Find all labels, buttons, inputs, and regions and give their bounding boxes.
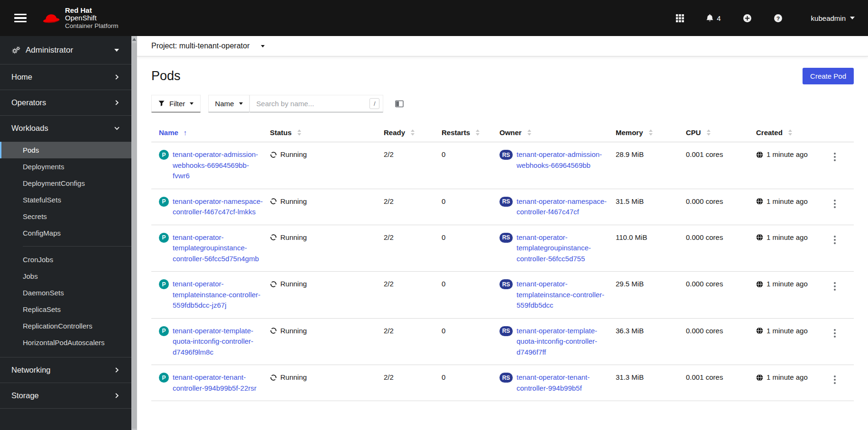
ready-cell: 2/2	[384, 189, 442, 225]
pod-name-cell: P tenant-operator-templateinstance-contr…	[151, 272, 270, 319]
sidebar-item-horizontalpodautoscalers[interactable]: HorizontalPodAutoscalers	[0, 334, 131, 351]
table-row: P tenant-operator-namespace-controller-f…	[151, 189, 854, 225]
column-header-restarts[interactable]: Restarts	[442, 128, 480, 137]
column-header-created[interactable]: Created	[756, 128, 793, 137]
sidebar-item-configmaps[interactable]: ConfigMaps	[0, 225, 131, 241]
pod-name-cell: P tenant-operator-templategroupinstance-…	[151, 225, 270, 272]
row-actions-kebab[interactable]	[831, 280, 839, 293]
column-header-name[interactable]: Name ↑	[159, 128, 187, 137]
status-text: Running	[280, 149, 307, 160]
add-button[interactable]	[742, 13, 753, 24]
owner-link[interactable]: tenant-operator-template-quota-intconfig…	[517, 326, 611, 358]
filter-label: Filter	[169, 100, 185, 108]
page-title: Pods	[151, 69, 181, 83]
project-selector[interactable]: Project: multi-tenant-operator	[151, 42, 265, 50]
sidebar-item-statefulsets[interactable]: StatefulSets	[0, 192, 131, 208]
owner-cell: RS tenant-operator-admission-webhooks-66…	[499, 142, 616, 189]
timestamp-globe-icon	[756, 198, 763, 205]
sidebar-item-home[interactable]: Home	[0, 64, 131, 90]
column-header-ready[interactable]: Ready	[384, 128, 415, 137]
column-header-status[interactable]: Status	[270, 128, 302, 137]
column-header-owner[interactable]: Owner	[499, 128, 532, 137]
chevron-down-icon	[850, 17, 855, 19]
actions-cell	[831, 225, 854, 272]
row-actions-kebab[interactable]	[831, 373, 839, 386]
search-input[interactable]	[250, 100, 369, 108]
brand-logo[interactable]: Red Hat OpenShift Container Platform	[42, 7, 119, 30]
sidebar-item-storage[interactable]: Storage	[0, 383, 131, 408]
pod-link[interactable]: tenant-operator-admission-webhooks-66964…	[173, 149, 265, 182]
column-header-memory[interactable]: Memory	[616, 128, 653, 137]
sidebar-item-deployments[interactable]: Deployments	[0, 158, 131, 175]
sidebar-item-cronjobs[interactable]: CronJobs	[0, 251, 131, 268]
create-pod-button[interactable]: Create Pod	[803, 68, 854, 84]
sidebar-item-jobs[interactable]: Jobs	[0, 268, 131, 284]
replicaset-badge: RS	[499, 233, 513, 243]
row-actions-kebab[interactable]	[831, 327, 839, 340]
column-header-cpu[interactable]: CPU	[686, 128, 711, 137]
scrollbar-thumb[interactable]	[132, 43, 137, 429]
pod-link[interactable]: tenant-operator-tenant-controller-994b99…	[173, 372, 265, 393]
timestamp-globe-icon	[756, 234, 763, 241]
replicaset-badge: RS	[499, 279, 513, 289]
status-cell: Running	[270, 142, 384, 189]
created-cell: 1 minute ago	[756, 225, 831, 272]
actions-cell	[831, 142, 854, 189]
brand-line2: OpenShift	[65, 14, 119, 22]
filter-dropdown[interactable]: Filter	[151, 95, 201, 112]
owner-link[interactable]: tenant-operator-namespace-controller-f46…	[517, 196, 611, 218]
status-cell: Running	[270, 189, 384, 225]
sidebar-scrollbar[interactable]	[131, 36, 137, 430]
nav-toggle-button[interactable]	[11, 11, 29, 26]
perspective-switcher[interactable]: Administrator	[0, 36, 131, 64]
cpu-cell: 0.000 cores	[686, 272, 756, 319]
status-cell: Running	[270, 272, 384, 319]
table-row: P tenant-operator-template-quota-intconf…	[151, 318, 854, 365]
chevron-right-icon	[114, 100, 120, 106]
actions-column-header	[831, 124, 854, 142]
sidebar-item-deploymentconfigs[interactable]: DeploymentConfigs	[0, 175, 131, 192]
restarts-cell: 0	[442, 189, 499, 225]
row-actions-kebab[interactable]	[831, 150, 839, 164]
sidebar-item-networking[interactable]: Networking	[0, 357, 131, 383]
gears-icon	[11, 46, 20, 55]
owner-link[interactable]: tenant-operator-admission-webhooks-66964…	[517, 149, 611, 171]
notifications-button[interactable]: 4	[705, 13, 721, 23]
restarts-cell: 0	[442, 365, 499, 401]
replicaset-badge: RS	[499, 150, 513, 160]
pod-badge: P	[159, 279, 169, 289]
row-actions-kebab[interactable]	[831, 197, 839, 210]
sidebar-item-replicasets[interactable]: ReplicaSets	[0, 301, 131, 318]
pod-name-cell: P tenant-operator-namespace-controller-f…	[151, 189, 270, 225]
pod-badge: P	[159, 197, 169, 207]
pod-link[interactable]: tenant-operator-namespace-controller-f46…	[173, 196, 265, 218]
pod-link[interactable]: tenant-operator-templategroupinstance-co…	[173, 232, 265, 265]
owner-link[interactable]: tenant-operator-templateinstance-control…	[517, 279, 611, 311]
scrollbar-up-arrow-icon[interactable]	[131, 38, 137, 41]
sidebar-item-workloads[interactable]: Workloads	[0, 116, 131, 141]
sort-icon	[410, 129, 415, 136]
memory-cell: 29.5 MiB	[616, 272, 686, 319]
chevron-down-icon	[261, 45, 265, 47]
search-box: /	[249, 95, 383, 112]
masthead: Red Hat OpenShift Container Platform 4	[0, 0, 868, 36]
sidebar-item-pods[interactable]: Pods	[0, 142, 131, 158]
owner-link[interactable]: tenant-operator-tenant-controller-994b99…	[517, 372, 611, 393]
user-menu-button[interactable]: kubeadmin	[810, 13, 856, 23]
sort-icon: ↑	[184, 128, 187, 137]
row-actions-kebab[interactable]	[831, 233, 839, 247]
manage-columns-button[interactable]	[393, 98, 406, 110]
owner-link[interactable]: tenant-operator-templategroupinstance-co…	[517, 232, 611, 265]
search-type-dropdown[interactable]: Name	[208, 95, 249, 112]
sidebar-item-secrets[interactable]: Secrets	[0, 208, 131, 225]
sidebar-item-operators[interactable]: Operators	[0, 90, 131, 115]
column-header-label: Ready	[384, 128, 405, 137]
timestamp-globe-icon	[756, 374, 763, 381]
help-button[interactable]: ?	[773, 13, 784, 24]
app-launcher-button[interactable]	[675, 13, 685, 23]
pod-link[interactable]: tenant-operator-templateinstance-control…	[173, 279, 265, 311]
memory-cell: 36.3 MiB	[616, 318, 686, 365]
sidebar-item-replicationcontrollers[interactable]: ReplicationControllers	[0, 318, 131, 334]
sidebar-item-daemonsets[interactable]: DaemonSets	[0, 284, 131, 301]
pod-link[interactable]: tenant-operator-template-quota-intconfig…	[173, 326, 265, 358]
